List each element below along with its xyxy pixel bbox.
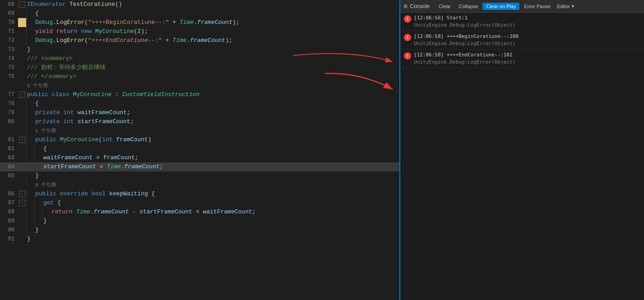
- gutter: [18, 180, 26, 189]
- code-content: }: [26, 45, 399, 54]
- code-line-82: 82 {: [0, 144, 399, 153]
- gutter[interactable]: -: [18, 90, 26, 99]
- code-content: yield return new MyCoroutine(2);: [34, 27, 399, 36]
- error-pause-button[interactable]: Error Pause: [520, 3, 554, 10]
- gutter: [18, 235, 26, 244]
- gutter: [18, 54, 26, 63]
- line-number: 74: [0, 54, 18, 63]
- console-entry-sub: UnityEngine.Debug:LogError(Object): [414, 40, 640, 47]
- console-icon: ▤: [404, 3, 407, 9]
- line-number: 88: [0, 208, 18, 217]
- line-number: 83: [0, 153, 18, 162]
- line-number: 87: [0, 198, 18, 208]
- console-entry-text: [12:06:56] Start:1 UnityEngine.Debug:Log…: [414, 14, 640, 29]
- code-content: }: [42, 217, 399, 226]
- code-content: return Time.frameCount - startFrameCount…: [51, 208, 399, 217]
- line-number: 70: [0, 18, 18, 27]
- code-content: /// </summary>: [26, 72, 399, 81]
- code-line-84: 84 startFrameCount = Time.frameCount;: [0, 162, 399, 171]
- code-content: 0 个引用: [34, 180, 399, 189]
- line-number: 68: [0, 0, 18, 9]
- code-content: IEnumerator TestCoratiune(): [26, 0, 399, 9]
- code-line-86: 86 - public override bool keepWaiting {: [0, 189, 399, 198]
- gutter: [18, 18, 26, 27]
- chevron-down-icon: ▼: [571, 4, 575, 9]
- code-line-81: 81 - public MyCoroutine(int framCount): [0, 135, 399, 144]
- console-entry-2[interactable]: ! [12:06:58] ++++BeginCoratiune--:100 Un…: [400, 31, 644, 50]
- code-line-68: 68 - IEnumerator TestCoratiune(): [0, 0, 399, 9]
- line-number: 79: [0, 108, 18, 117]
- code-line-ref2: 1 个引用: [0, 126, 399, 135]
- collapse-icon[interactable]: -: [19, 200, 25, 206]
- gutter[interactable]: -: [18, 189, 26, 198]
- collapse-button[interactable]: Collapse: [455, 3, 482, 10]
- gutter: [18, 126, 26, 135]
- error-icon: !: [404, 34, 411, 41]
- collapse-icon[interactable]: -: [19, 137, 25, 143]
- line-number: 72: [0, 36, 18, 45]
- console-entry-3[interactable]: ! [12:06:58] ++++EndCoratiune--:102 Unit…: [400, 50, 644, 68]
- clear-on-play-button[interactable]: Clear on Play: [482, 3, 519, 10]
- console-entry-main: [12:06:58] ++++EndCoratiune--:102: [414, 51, 640, 59]
- console-entry-sub: UnityEngine.Debug:LogError(Object): [414, 59, 640, 66]
- code-line-91: 91 }: [0, 235, 399, 244]
- collapse-icon[interactable]: -: [19, 191, 25, 197]
- line-number: 80: [0, 117, 18, 126]
- editor-dropdown-button[interactable]: Editor ▼: [555, 3, 577, 10]
- code-line-77: 77 - public class MyCoroutine : CustomYi…: [0, 90, 399, 99]
- gutter: [18, 45, 26, 54]
- gutter: [18, 72, 26, 81]
- console-entry-sub: UnityEngine.Debug:LogError(Object): [414, 22, 640, 29]
- code-content: 1 个引用: [34, 126, 399, 135]
- gutter: [18, 63, 26, 72]
- gutter: [18, 9, 26, 18]
- code-content: 2 个引用: [26, 81, 399, 90]
- line-number: 77: [0, 90, 18, 99]
- error-icon: !: [404, 15, 411, 23]
- gutter: [18, 208, 26, 217]
- console-entry-main: [12:06:58] ++++BeginCoratiune--:100: [414, 33, 640, 40]
- console-panel: ▤ Console Clear Collapse Clear on Play E…: [399, 0, 644, 300]
- console-header: ▤ Console Clear Collapse Clear on Play E…: [400, 0, 644, 13]
- gutter[interactable]: -: [18, 0, 26, 9]
- code-content: waitFrameCount = framCount;: [42, 153, 399, 162]
- line-number: [0, 81, 18, 90]
- code-content: /// 协程：等待多少帧后继续: [26, 63, 399, 72]
- line-number: 81: [0, 135, 18, 144]
- console-body: ! [12:06:56] Start:1 UnityEngine.Debug:L…: [400, 13, 644, 300]
- code-line-70: 70 Debug.LogError("++++BeginCoratiune--:…: [0, 18, 399, 27]
- console-entry-1[interactable]: ! [12:06:56] Start:1 UnityEngine.Debug:L…: [400, 13, 644, 31]
- gutter: [18, 162, 26, 171]
- editor-dropdown-label: Editor: [557, 4, 570, 9]
- line-number: 90: [0, 226, 18, 235]
- line-number: 76: [0, 72, 18, 81]
- code-content: startFrameCount = Time.frameCount;: [42, 162, 399, 171]
- line-number: 85: [0, 171, 18, 180]
- code-line-ref1: 2 个引用: [0, 81, 399, 90]
- code-editor: 68 - IEnumerator TestCoratiune() 69 { 70…: [0, 0, 399, 300]
- gutter: [18, 217, 26, 226]
- gutter: [18, 99, 26, 108]
- code-line-75: 75 /// 协程：等待多少帧后继续: [0, 63, 399, 72]
- code-content: private int startFrameCount;: [34, 117, 399, 126]
- line-number: 78: [0, 99, 18, 108]
- code-area: 68 - IEnumerator TestCoratiune() 69 { 70…: [0, 0, 399, 300]
- line-number: 86: [0, 189, 18, 198]
- console-entry-main: [12:06:56] Start:1: [414, 14, 640, 22]
- code-line-72: 72 Debug.LogError("++++EndCoratiune--:" …: [0, 36, 399, 45]
- code-line-73: 73 }: [0, 45, 399, 54]
- collapse-icon[interactable]: -: [19, 1, 25, 8]
- gutter: [18, 108, 26, 117]
- gutter[interactable]: -: [18, 135, 26, 144]
- code-content: {: [34, 9, 399, 18]
- gutter: [18, 117, 26, 126]
- clear-button[interactable]: Clear: [435, 3, 454, 10]
- code-content: Debug.LogError("++++EndCoratiune--:" + T…: [34, 36, 399, 45]
- console-title: Console: [410, 3, 430, 9]
- code-content: get {: [42, 198, 399, 208]
- gutter[interactable]: -: [18, 198, 26, 208]
- collapse-icon[interactable]: -: [19, 92, 25, 98]
- console-toolbar: Clear Collapse Clear on Play Error Pause…: [435, 3, 577, 10]
- line-number: 91: [0, 235, 18, 244]
- code-line-ref3: 0 个引用: [0, 180, 399, 189]
